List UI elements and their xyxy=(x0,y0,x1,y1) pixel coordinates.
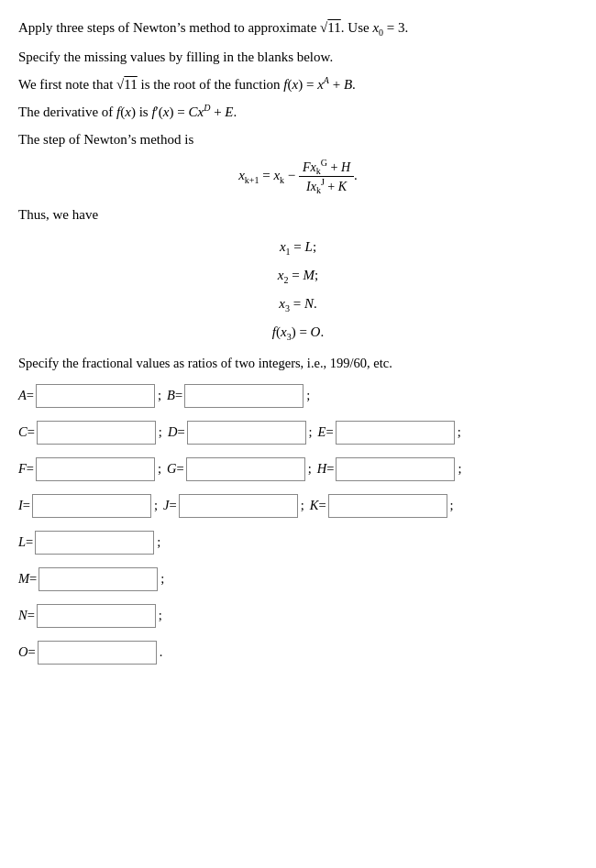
input-N[interactable] xyxy=(37,604,156,628)
sep-K: ; xyxy=(450,498,454,513)
sep-L: ; xyxy=(157,534,160,550)
input-G[interactable] xyxy=(186,457,305,481)
input-L[interactable] xyxy=(35,531,154,555)
intro-line3: We first note that √11 is the root of th… xyxy=(18,73,578,95)
intro-line1: Apply three steps of Newton’s method to … xyxy=(18,16,578,40)
label-L: L= xyxy=(18,534,33,550)
input-E[interactable] xyxy=(336,421,455,445)
input-J[interactable] xyxy=(179,494,298,518)
row-L: L= ; xyxy=(18,531,578,555)
label-A: A= xyxy=(18,388,34,403)
sep-DE: ; xyxy=(309,424,313,440)
label-N: N= xyxy=(18,608,35,623)
results-block: x1 = L; x2 = M; x3 = N. f(x3) = O. xyxy=(18,233,578,346)
intro-line4: The derivative of f(x) is f′(x) = CxD + … xyxy=(18,101,578,123)
label-C: C= xyxy=(18,424,35,440)
newton-formula: xk+1 = xk − FxkG + H IxkJ + K . xyxy=(18,158,578,196)
input-H[interactable] xyxy=(336,457,455,481)
input-C[interactable] xyxy=(37,421,156,445)
label-K: K= xyxy=(310,498,326,513)
sep-IJ: ; xyxy=(154,498,158,513)
x3-result: x3 = N. xyxy=(18,290,578,318)
label-D: D= xyxy=(168,424,185,440)
label-J: J= xyxy=(163,498,177,513)
input-F[interactable] xyxy=(36,457,155,481)
label-I: I= xyxy=(18,498,30,513)
input-O[interactable] xyxy=(38,641,157,665)
fx3-result: f(x3) = O. xyxy=(18,318,578,346)
sep-H: ; xyxy=(458,461,461,477)
row-N: N= ; xyxy=(18,604,578,628)
sep-AB: ; xyxy=(158,388,161,403)
sep-E: ; xyxy=(458,424,461,440)
row-CDE: C= ; D= ; E= ; xyxy=(18,421,578,445)
row-M: M= ; xyxy=(18,567,578,591)
row-FGH: F= ; G= ; H= ; xyxy=(18,457,578,481)
input-A[interactable] xyxy=(36,384,155,408)
intro-line2: Specify the missing values by filling in… xyxy=(18,46,578,68)
input-I[interactable] xyxy=(32,494,151,518)
sep-N: ; xyxy=(159,608,162,623)
sep-M: ; xyxy=(160,571,164,587)
row-IJK: I= ; J= ; K= ; xyxy=(18,494,578,518)
label-O: O= xyxy=(18,644,36,660)
x2-result: x2 = M; xyxy=(18,261,578,290)
x1-result: x1 = L; xyxy=(18,233,578,261)
label-B: B= xyxy=(167,388,182,403)
sep-JK: ; xyxy=(301,498,304,513)
intro-line5: The step of Newton’s method is xyxy=(18,128,578,150)
label-E: E= xyxy=(318,424,334,440)
label-H: H= xyxy=(317,461,335,477)
thus-we-have: Thus, we have xyxy=(18,203,578,225)
sep-B: ; xyxy=(306,388,310,403)
sep-CD: ; xyxy=(159,424,162,440)
input-M[interactable] xyxy=(39,567,158,591)
label-G: G= xyxy=(167,461,184,477)
row-AB: A= ; B= ; xyxy=(18,384,578,408)
specify-fractions-text: Specify the fractional values as ratios … xyxy=(18,356,578,371)
sep-FG: ; xyxy=(158,461,161,477)
sep-GH: ; xyxy=(308,461,312,477)
label-F: F= xyxy=(18,461,34,477)
input-K[interactable] xyxy=(328,494,447,518)
period-O: . xyxy=(160,644,163,660)
row-O: O= . xyxy=(18,641,578,665)
input-B[interactable] xyxy=(184,384,304,408)
input-D[interactable] xyxy=(187,421,306,445)
label-M: M= xyxy=(18,571,37,587)
